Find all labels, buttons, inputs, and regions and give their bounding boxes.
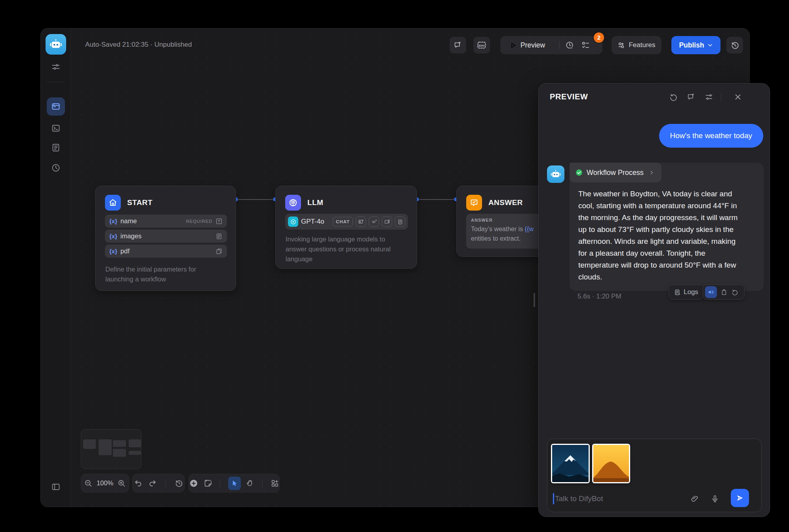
paragraph-type-icon bbox=[215, 233, 223, 240]
message-actions bbox=[703, 285, 745, 300]
send-icon bbox=[736, 494, 744, 502]
variable-row-name[interactable]: {x} name REQUIRED bbox=[105, 215, 227, 228]
robot-icon bbox=[49, 37, 63, 51]
node-start[interactable]: START {x} name REQUIRED {x} images {x} p… bbox=[95, 186, 236, 291]
video-capability-icon bbox=[382, 217, 392, 227]
features-icon bbox=[617, 42, 625, 49]
minimap-node bbox=[113, 440, 126, 447]
node-start-description: Define the initial parameters for launch… bbox=[105, 264, 216, 284]
preview-panel-title: PREVIEW bbox=[550, 92, 588, 101]
variable-name: images bbox=[120, 232, 141, 240]
divider bbox=[721, 93, 721, 101]
close-icon[interactable] bbox=[734, 93, 742, 101]
organize-blocks-button[interactable] bbox=[271, 479, 279, 488]
regenerate-icon[interactable] bbox=[731, 289, 738, 296]
publish-button[interactable]: Publish bbox=[671, 36, 720, 54]
sidebar-item-terminal[interactable] bbox=[51, 124, 61, 133]
paperclip-icon[interactable] bbox=[690, 494, 699, 503]
files-type-icon bbox=[215, 248, 223, 255]
app-logo[interactable] bbox=[46, 34, 66, 55]
add-node-button[interactable] bbox=[189, 479, 198, 488]
speaker-icon[interactable] bbox=[705, 286, 717, 298]
undo-button[interactable] bbox=[134, 479, 143, 488]
variable-icon: {x} bbox=[109, 248, 117, 255]
minimap-node bbox=[83, 439, 96, 449]
node-answer-title: ANSWER bbox=[488, 198, 523, 207]
annotation-button[interactable] bbox=[450, 37, 466, 53]
edge-llm-answer bbox=[417, 199, 456, 200]
divider bbox=[559, 41, 560, 49]
microphone-icon[interactable] bbox=[711, 494, 719, 503]
text-input-type-icon bbox=[215, 218, 223, 225]
view-history-button[interactable] bbox=[175, 479, 183, 488]
node-start-title: START bbox=[127, 198, 152, 207]
brain-icon bbox=[285, 195, 301, 211]
audio-capability-icon bbox=[369, 217, 379, 227]
env-variables-button[interactable]: ENV bbox=[473, 37, 490, 53]
bot-avatar bbox=[547, 165, 564, 183]
zoom-level[interactable]: 100% bbox=[97, 479, 113, 487]
attachment-thumbnail-orange-mountain[interactable] bbox=[592, 444, 630, 483]
checklist-button[interactable] bbox=[581, 41, 590, 50]
run-history-button[interactable] bbox=[565, 41, 574, 50]
required-tag: REQUIRED bbox=[186, 219, 212, 224]
features-button[interactable]: Features bbox=[612, 36, 661, 54]
variable-icon: {x} bbox=[109, 233, 117, 239]
zoom-in-button[interactable] bbox=[117, 479, 126, 488]
play-icon bbox=[510, 42, 516, 49]
model-name: GPT-4o bbox=[301, 218, 324, 226]
preview-run-button[interactable]: Preview bbox=[500, 41, 545, 49]
orchestrate-icon[interactable] bbox=[51, 62, 61, 72]
checklist-count-badge[interactable]: 2 bbox=[594, 32, 604, 43]
collapse-sidebar-icon[interactable] bbox=[51, 482, 61, 492]
version-history-button[interactable] bbox=[726, 37, 743, 53]
minimap-node bbox=[129, 451, 141, 455]
sidebar-item-logs[interactable] bbox=[51, 143, 61, 152]
zoom-out-button[interactable] bbox=[84, 479, 93, 488]
model-selector[interactable]: GPT-4o CHAT bbox=[285, 214, 408, 230]
zoom-toolbar: 100% bbox=[81, 474, 129, 492]
chat-mode-badge: CHAT bbox=[333, 217, 353, 226]
sidebar-divider bbox=[46, 82, 65, 82]
minimap-node bbox=[113, 449, 126, 457]
logs-button[interactable]: Logs bbox=[669, 285, 704, 300]
sidebar-item-monitoring[interactable] bbox=[51, 163, 61, 173]
edge-start-llm bbox=[236, 199, 275, 200]
conversation-settings-icon[interactable] bbox=[705, 93, 713, 101]
svg-text:ENV: ENV bbox=[478, 44, 484, 48]
pointer-mode-button[interactable] bbox=[228, 477, 241, 490]
variable-icon: {x} bbox=[109, 218, 117, 224]
node-llm[interactable]: LLM GPT-4o CHAT Inv bbox=[275, 186, 417, 269]
text-caret bbox=[553, 493, 554, 504]
send-button[interactable] bbox=[731, 489, 749, 507]
sidebar-item-workflow-active[interactable] bbox=[47, 97, 65, 116]
vision-capability-icon bbox=[356, 217, 366, 227]
add-note-button[interactable] bbox=[203, 479, 212, 488]
redo-button[interactable] bbox=[148, 479, 157, 488]
screen: START {x} name REQUIRED {x} images {x} p… bbox=[0, 0, 789, 532]
user-message-bubble: How's the weather today bbox=[659, 124, 763, 148]
workflow-process-toggle[interactable]: Workflow Process bbox=[570, 163, 661, 182]
restart-conversation-icon[interactable] bbox=[669, 93, 678, 101]
variable-name: name bbox=[120, 217, 137, 225]
run-group: Preview bbox=[500, 36, 602, 54]
canvas-minimap[interactable] bbox=[81, 429, 141, 469]
history-toolbar bbox=[132, 474, 185, 492]
attachment-thumbnail-blue-mountain[interactable] bbox=[551, 444, 590, 483]
chevron-down-icon bbox=[707, 42, 713, 48]
variable-row-images[interactable]: {x} images bbox=[105, 230, 227, 243]
hand-mode-button[interactable] bbox=[246, 479, 254, 488]
panel-resize-handle[interactable] bbox=[534, 293, 535, 307]
divider bbox=[166, 479, 166, 487]
robot-icon bbox=[550, 168, 562, 180]
divider bbox=[262, 479, 263, 487]
copy-icon[interactable] bbox=[720, 289, 728, 296]
success-check-icon bbox=[575, 169, 583, 177]
bot-message-card: Workflow Process The weather in Boydton,… bbox=[570, 163, 764, 291]
variable-row-pdf[interactable]: {x} pdf bbox=[105, 245, 227, 258]
home-icon bbox=[105, 195, 121, 211]
document-capability-icon bbox=[395, 217, 405, 227]
chat-message-input[interactable] bbox=[555, 492, 682, 506]
chat-input-panel bbox=[547, 439, 762, 512]
conversation-annotation-icon[interactable] bbox=[687, 93, 696, 101]
